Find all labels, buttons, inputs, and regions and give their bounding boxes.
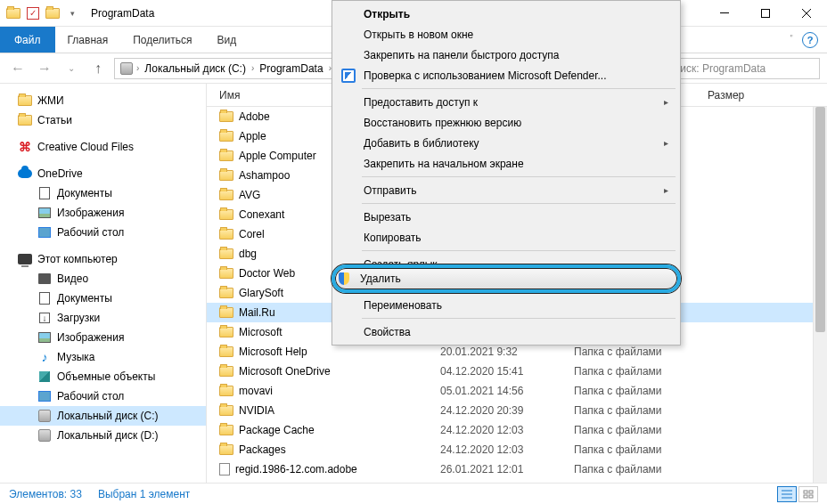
- chevron-right-icon[interactable]: ›: [251, 63, 254, 73]
- file-name: Microsoft: [239, 326, 282, 338]
- ribbon-expand-icon[interactable]: ゜: [783, 33, 793, 46]
- nav-item[interactable]: Статьи: [0, 110, 206, 130]
- cloud-icon: [18, 167, 32, 181]
- file-name: Mail.Ru: [239, 306, 275, 319]
- cm-pin-start[interactable]: Закрепить на начальном экране: [335, 153, 677, 174]
- music-icon: ♪: [37, 350, 52, 364]
- view-details-button[interactable]: [777, 486, 797, 502]
- help-icon[interactable]: ?: [802, 32, 818, 48]
- tab-share[interactable]: Поделиться: [120, 27, 204, 53]
- file-name: Corel: [239, 228, 265, 240]
- file-name: Microsoft OneDrive: [239, 365, 331, 378]
- close-button[interactable]: [786, 0, 827, 27]
- cm-separator: [362, 203, 676, 204]
- nav-item-label: Изображения: [57, 331, 124, 344]
- cm-separator: [362, 318, 676, 319]
- nav-item-label: Изображения: [57, 207, 124, 219]
- cm-rename[interactable]: Переименовать: [335, 295, 677, 315]
- cm-separator: [362, 88, 676, 89]
- nav-item[interactable]: ⌘Creative Cloud Files: [0, 137, 206, 157]
- drive-icon: [119, 59, 135, 78]
- disk-icon: [37, 409, 52, 423]
- nav-item[interactable]: Загрузки: [0, 308, 206, 328]
- scrollbar[interactable]: [813, 107, 827, 483]
- file-name: dbg: [239, 248, 257, 260]
- doc-icon: [37, 186, 52, 200]
- file-name: regid.1986-12.com.adobe: [235, 463, 357, 476]
- file-tab[interactable]: Файл: [0, 27, 55, 53]
- nav-up-button[interactable]: ↑: [87, 58, 109, 79]
- nav-item[interactable]: Видео: [0, 269, 206, 289]
- cm-add-library[interactable]: Добавить в библиотеку: [335, 133, 677, 153]
- nav-item-label: Объемные объекты: [57, 370, 155, 383]
- file-row[interactable]: regid.1986-12.com.adobe26.01.2021 12:01П…: [207, 459, 827, 479]
- nav-item[interactable]: Документы: [0, 183, 206, 203]
- nav-item[interactable]: Рабочий стол: [0, 386, 206, 406]
- nav-item[interactable]: Изображения: [0, 203, 206, 223]
- cm-properties[interactable]: Свойства: [335, 321, 677, 342]
- file-row[interactable]: NVIDIA24.12.2020 20:39Папка с файлами: [207, 401, 827, 420]
- nav-item-label: Этот компьютер: [37, 253, 118, 265]
- file-type: Папка с файлами: [574, 424, 695, 436]
- file-date: 04.12.2020 15:41: [440, 365, 574, 378]
- file-name: Apple Computer: [239, 150, 316, 162]
- file-type: Папка с файлами: [574, 385, 695, 397]
- cm-copy[interactable]: Копировать: [335, 227, 677, 248]
- nav-back-button[interactable]: ←: [7, 58, 29, 79]
- file-type: Папка с файлами: [574, 463, 695, 476]
- breadcrumb-folder[interactable]: ProgramData: [256, 62, 326, 75]
- svg-rect-3: [809, 491, 813, 493]
- cm-defender-scan[interactable]: Проверка с использованием Microsoft Defe…: [335, 65, 677, 85]
- nav-item[interactable]: Рабочий стол: [0, 223, 206, 242]
- file-row[interactable]: Package Cache24.12.2020 12:03Папка с фай…: [207, 420, 827, 440]
- maximize-button[interactable]: [745, 0, 786, 27]
- file-row[interactable]: Packages24.12.2020 12:03Папка с файлами: [207, 440, 827, 459]
- file-name: Adobe: [239, 110, 270, 123]
- scrollbar-thumb[interactable]: [815, 107, 825, 332]
- qat-dropdown-icon[interactable]: ▾: [64, 4, 80, 23]
- cm-open-new-window[interactable]: Открыть в новом окне: [335, 24, 677, 45]
- file-date: 24.12.2020 12:03: [440, 424, 574, 436]
- cm-create-shortcut[interactable]: Создать ярлык: [335, 254, 677, 274]
- close-icon: [802, 9, 811, 18]
- column-size[interactable]: Размер: [695, 89, 766, 102]
- nav-item[interactable]: Локальный диск (D:): [0, 426, 206, 445]
- nav-item[interactable]: ЖМИ: [0, 91, 206, 110]
- minimize-button[interactable]: [704, 0, 745, 27]
- nav-item-label: Музыка: [57, 351, 94, 363]
- navigation-pane[interactable]: ЖМИСтатьи⌘Creative Cloud FilesOneDriveДо…: [0, 84, 207, 483]
- nav-item[interactable]: Объемные объекты: [0, 367, 206, 386]
- img-icon: [37, 330, 52, 345]
- nav-forward-button[interactable]: →: [34, 58, 55, 79]
- cm-restore-version[interactable]: Восстановить прежнюю версию: [335, 112, 677, 133]
- tab-view[interactable]: Вид: [204, 27, 249, 53]
- nav-item-label: Локальный диск (C:): [57, 410, 159, 422]
- view-large-button[interactable]: [798, 486, 818, 502]
- nav-item[interactable]: ♪Музыка: [0, 347, 206, 367]
- cm-cut[interactable]: Вырезать: [335, 207, 677, 227]
- file-name: Apple: [239, 130, 266, 142]
- status-selection: Выбран 1 элемент: [98, 488, 190, 500]
- cm-send-to[interactable]: Отправить: [335, 180, 677, 200]
- nav-recent-button[interactable]: ⌄: [61, 58, 82, 79]
- cm-grant-access[interactable]: Предоставить доступ к: [335, 92, 677, 112]
- chevron-right-icon[interactable]: ›: [136, 63, 139, 73]
- defender-icon: [340, 68, 356, 84]
- folder-icon: [18, 93, 32, 108]
- file-row[interactable]: Microsoft OneDrive04.12.2020 15:41Папка …: [207, 362, 827, 381]
- folder-icon: [5, 4, 21, 23]
- breadcrumb-drive[interactable]: Локальный диск (C:): [141, 62, 250, 75]
- nav-item[interactable]: Этот компьютер: [0, 249, 206, 269]
- nav-item[interactable]: Документы: [0, 289, 206, 308]
- context-menu: Открыть Открыть в новом окне Закрепить н…: [332, 0, 681, 345]
- properties-qat-icon[interactable]: ✓: [25, 4, 41, 23]
- cm-open[interactable]: Открыть: [335, 4, 677, 24]
- cm-pin-quick-access[interactable]: Закрепить на панели быстрого доступа: [335, 45, 677, 65]
- folder-qat-icon[interactable]: [45, 4, 61, 23]
- file-date: 24.12.2020 12:03: [440, 443, 574, 456]
- nav-item[interactable]: OneDrive: [0, 164, 206, 183]
- file-row[interactable]: movavi05.01.2021 14:56Папка с файлами: [207, 381, 827, 401]
- nav-item[interactable]: Локальный диск (C:): [0, 406, 206, 426]
- nav-item[interactable]: Изображения: [0, 328, 206, 347]
- tab-home[interactable]: Главная: [55, 27, 121, 53]
